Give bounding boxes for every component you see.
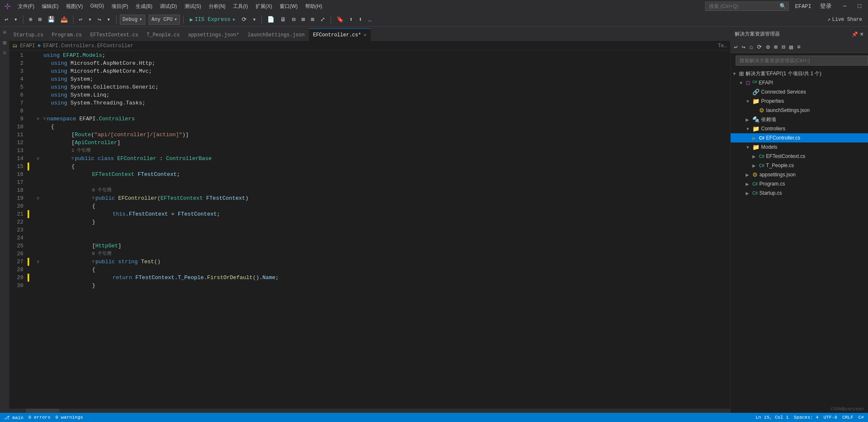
tab-appsettings-label: appsettings.json* xyxy=(188,32,239,38)
bookmark-prev-button[interactable]: ⬆ xyxy=(347,15,355,24)
menu-extensions[interactable]: 扩展(X) xyxy=(252,2,276,11)
tab-appsettings[interactable]: appsettings.json* xyxy=(184,28,243,41)
nav-back-button[interactable]: ↩ xyxy=(3,15,10,24)
tab-startup[interactable]: Startup.cs xyxy=(9,28,48,41)
tab-efcontroller[interactable]: EFController.cs* ✕ xyxy=(309,28,371,41)
se-item-models-folder[interactable]: ▼ 📁 Models xyxy=(731,142,868,152)
add-button[interactable]: ⊕ xyxy=(27,15,34,24)
tab-eftestcontext[interactable]: EFTestContext.cs xyxy=(86,28,142,41)
minimize-button[interactable]: ─ xyxy=(840,3,849,10)
se-collapse-all-icon[interactable]: ▤ xyxy=(788,43,795,51)
se-item-tpeople[interactable]: ▶ C# T_People.cs xyxy=(731,161,868,170)
platform-dropdown[interactable]: Any CPU ▾ xyxy=(149,15,180,25)
se-close-icon[interactable]: ✕ xyxy=(860,31,864,37)
line-num-14: 14 xyxy=(9,155,23,163)
se-item-project[interactable]: ▼ ⊡ C# EFAPI xyxy=(731,78,868,87)
se-properties-icon[interactable]: ≡ xyxy=(795,43,802,51)
toolbar-extra-4[interactable]: ⊠ xyxy=(299,15,307,24)
search-input[interactable] xyxy=(705,2,789,11)
se-item-controllers-folder[interactable]: ▼ 📁 Controllers xyxy=(731,124,868,133)
toolbar-extra-3[interactable]: ⊟ xyxy=(290,15,297,24)
refresh-button[interactable]: ⟳ xyxy=(240,15,249,24)
menu-test[interactable]: 测试(S) xyxy=(181,2,205,11)
gutter-icon-1[interactable]: ≡ xyxy=(2,28,7,38)
bookmark-extra-button[interactable]: … xyxy=(366,15,374,24)
bookmark-button[interactable]: 🔖 xyxy=(334,15,346,24)
se-item-appsettings[interactable]: ▶ ⚙ appsettings.json xyxy=(731,170,868,179)
se-item-dependencies[interactable]: ▶ 🔩 依赖项 xyxy=(731,115,868,124)
tab-tpeople[interactable]: T_People.cs xyxy=(142,28,184,41)
tab-launchsettings[interactable]: launchSettings.json xyxy=(243,28,309,41)
login-button[interactable]: 登录 xyxy=(817,3,834,10)
tab-efcontroller-close[interactable]: ✕ xyxy=(364,32,367,38)
redo-button[interactable]: ↪ xyxy=(96,15,103,24)
menu-view[interactable]: 视图(V) xyxy=(63,2,86,11)
se-item-solution[interactable]: ▼ ⊞ 解决方案'EFAPI'(1 个项目/共 1 个) xyxy=(731,69,868,78)
bookmark-next-button[interactable]: ⬇ xyxy=(357,15,364,24)
se-view-icon[interactable]: ⊞ xyxy=(772,43,779,51)
menu-project[interactable]: 项目(P) xyxy=(108,2,132,11)
menu-tools[interactable]: 工具(I) xyxy=(230,2,251,11)
coll-21 xyxy=(34,210,42,218)
coll-27[interactable]: ▽ xyxy=(34,258,42,266)
se-back-icon[interactable]: ↩ xyxy=(732,43,739,51)
se-pin-icon[interactable]: 📌 xyxy=(852,31,858,37)
menu-analyze[interactable]: 分析(N) xyxy=(205,2,229,11)
menu-help[interactable]: 帮助(H) xyxy=(302,2,326,11)
toolbar-extra-2[interactable]: 🖥 xyxy=(278,15,288,24)
se-item-efcontroller[interactable]: ▶ C# EFController.cs xyxy=(731,133,868,142)
se-item-eftestcontext[interactable]: ▶ C# EFTestContext.cs xyxy=(731,152,868,161)
menu-git[interactable]: Git(G) xyxy=(87,2,107,11)
coll-24 xyxy=(34,234,42,242)
breadcrumb-project[interactable]: EFAPI xyxy=(20,43,35,49)
platform-label: Any CPU xyxy=(152,17,172,23)
menu-build[interactable]: 生成(B) xyxy=(132,2,156,11)
config-dropdown[interactable]: Debug ▾ xyxy=(120,15,145,25)
save-all-button[interactable]: ⊞ xyxy=(36,15,43,24)
menu-edit[interactable]: 编辑(E) xyxy=(38,2,62,11)
toolbar-extra-1[interactable]: 📄 xyxy=(265,15,276,24)
se-settings-icon[interactable]: ⚙ xyxy=(764,43,771,51)
restore-button[interactable]: □ xyxy=(855,3,864,10)
coll-19[interactable]: ▽ xyxy=(34,194,42,202)
se-label-startup: Startup.cs xyxy=(759,190,782,196)
menu-window[interactable]: 窗口(W) xyxy=(276,2,301,11)
se-search-input[interactable] xyxy=(736,56,868,66)
undo-button[interactable]: ↩ xyxy=(77,15,84,24)
editor-scrollbar[interactable] xyxy=(9,409,730,413)
se-item-connected-services[interactable]: 🔗 Connected Services xyxy=(731,87,868,97)
save-button[interactable]: 💾 xyxy=(46,15,57,24)
live-share-button[interactable]: ↗ Live Share xyxy=(824,15,865,23)
menu-file[interactable]: 文件(F) xyxy=(15,2,38,11)
line-num-12: 12 xyxy=(9,139,23,147)
se-sync-icon[interactable]: ⟳ xyxy=(755,43,764,51)
se-item-startup[interactable]: ▶ C# Startup.cs xyxy=(731,188,868,198)
se-forward-icon[interactable]: ↪ xyxy=(740,43,747,51)
tab-program[interactable]: Program.cs xyxy=(48,28,86,41)
redo-dropdown-button[interactable]: ▾ xyxy=(105,15,112,24)
status-branch[interactable]: ⎇ main xyxy=(4,415,23,420)
scrollbar-thumb[interactable] xyxy=(26,409,59,413)
breadcrumb-path[interactable]: EFAPI.Controllers.EFController xyxy=(43,43,133,49)
gutter-icon-2[interactable]: ⊞ xyxy=(2,38,7,48)
se-home-icon[interactable]: ⌂ xyxy=(748,43,754,51)
se-misc-icon[interactable]: ⊟ xyxy=(780,43,787,51)
run-button[interactable]: ▶ IIS Express ▾ xyxy=(187,15,238,24)
menu-debug[interactable]: 调试(D) xyxy=(157,2,180,11)
publish-button[interactable]: 📤 xyxy=(58,15,70,24)
se-item-properties[interactable]: ▼ 📁 Properties xyxy=(731,97,868,106)
se-item-launchsettings[interactable]: ⚙ launchSettings.json xyxy=(731,106,868,115)
toolbar-extra-6[interactable]: ⤢ xyxy=(318,15,327,24)
coll-14[interactable]: ▽ xyxy=(34,155,42,163)
code-line-19: ▽public EFController(EFTestContext FTest… xyxy=(42,194,730,202)
se-item-program[interactable]: ▶ C# Program.cs xyxy=(731,179,868,188)
nav-dropdown-button[interactable]: ▾ xyxy=(12,15,19,24)
undo-dropdown-button[interactable]: ▾ xyxy=(86,15,94,24)
refresh-dropdown-button[interactable]: ▾ xyxy=(251,15,258,24)
toolbar-extra-5[interactable]: ⊞ xyxy=(309,15,316,24)
code-editor[interactable]: using EFAPI.Models; using Microsoft.AspN… xyxy=(42,51,730,409)
se-label-solution: 解决方案'EFAPI'(1 个项目/共 1 个) xyxy=(746,70,821,77)
line-num-2: 2 xyxy=(9,59,23,67)
gutter-icon-3[interactable]: ⌗ xyxy=(2,48,7,58)
coll-9[interactable]: ▽ xyxy=(34,115,42,123)
